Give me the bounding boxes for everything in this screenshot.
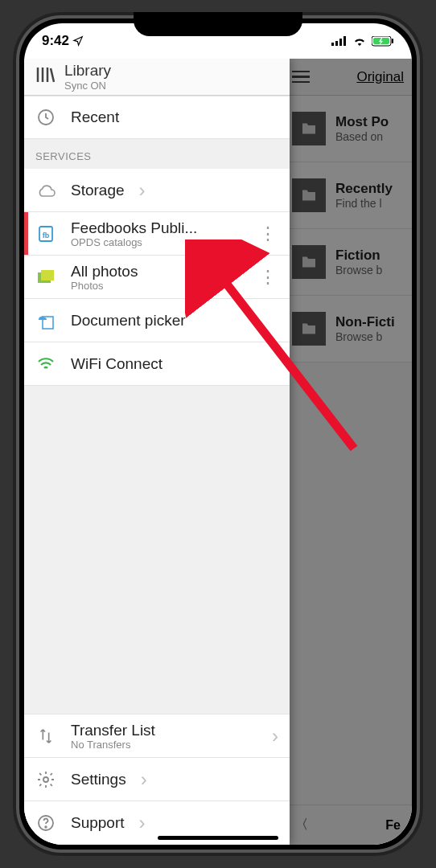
storage-row[interactable]: Storage ›: [24, 169, 290, 212]
services-header: SERVICES: [24, 139, 290, 169]
chevron-right-icon: ›: [141, 768, 147, 791]
settings-label: Settings: [71, 771, 126, 788]
app-logo-icon: [35, 66, 55, 88]
svg-point-17: [43, 777, 48, 782]
document-picker-row[interactable]: Document picker: [24, 299, 290, 342]
signal-icon: [331, 36, 348, 46]
photos-title: All photos: [71, 263, 245, 280]
gear-icon: [35, 770, 56, 789]
wifi-icon: [352, 36, 367, 46]
recent-row[interactable]: Recent: [24, 96, 290, 139]
transfer-sub: No Transfers: [71, 739, 257, 751]
document-picker-label: Document picker: [71, 312, 186, 330]
drawer-title: Library: [64, 62, 111, 80]
settings-row[interactable]: Settings ›: [24, 758, 290, 801]
feedbooks-sub: OPDS catalogs: [71, 236, 245, 248]
svg-point-19: [45, 826, 47, 828]
location-icon: [72, 35, 84, 47]
all-photos-row[interactable]: All photos Photos ⋮: [24, 256, 290, 299]
home-indicator[interactable]: [158, 836, 278, 840]
chevron-right-icon: ›: [139, 179, 146, 202]
feedbooks-title: Feedbooks Publi...: [71, 219, 245, 237]
more-icon[interactable]: ⋮: [259, 231, 278, 236]
recent-label: Recent: [71, 108, 119, 126]
feedbooks-icon: fb: [35, 224, 56, 244]
svg-text:fb: fb: [43, 231, 50, 240]
svg-rect-1: [335, 41, 338, 46]
chevron-right-icon: ›: [272, 725, 278, 747]
help-icon: [35, 813, 56, 833]
clock-icon: [35, 108, 56, 127]
document-cloud-icon: [35, 312, 56, 330]
background-panel: Original Most PoBased on RecentlyFind th…: [283, 59, 412, 845]
feedbooks-row[interactable]: fb Feedbooks Publi... OPDS catalogs ⋮: [24, 212, 290, 256]
chevron-right-icon: ›: [139, 812, 146, 834]
navigation-drawer: Library Sync ON Recent SERVICES Storage …: [24, 59, 290, 845]
cloud-icon: [35, 183, 56, 198]
battery-charging-icon: [372, 36, 394, 47]
svg-rect-3: [343, 36, 346, 46]
support-label: Support: [71, 814, 125, 832]
svg-line-10: [51, 68, 54, 82]
svg-rect-15: [41, 270, 54, 280]
transfer-label: Transfer List: [71, 722, 257, 739]
photos-sub: Photos: [71, 280, 245, 292]
svg-rect-2: [339, 39, 342, 46]
selection-indicator: [24, 212, 28, 255]
sync-status: Sync ON: [64, 80, 111, 92]
svg-rect-5: [392, 39, 393, 43]
transfer-icon: [35, 727, 56, 745]
wifi-green-icon: [35, 357, 56, 371]
svg-rect-0: [331, 43, 334, 46]
storage-label: Storage: [71, 182, 125, 199]
more-icon[interactable]: ⋮: [259, 275, 278, 280]
status-time: 9:42: [42, 33, 69, 49]
wifi-connect-row[interactable]: WiFi Connect: [24, 342, 290, 386]
transfer-list-row[interactable]: Transfer List No Transfers ›: [24, 714, 290, 758]
wifi-label: WiFi Connect: [71, 355, 162, 373]
photos-icon: [35, 269, 56, 285]
